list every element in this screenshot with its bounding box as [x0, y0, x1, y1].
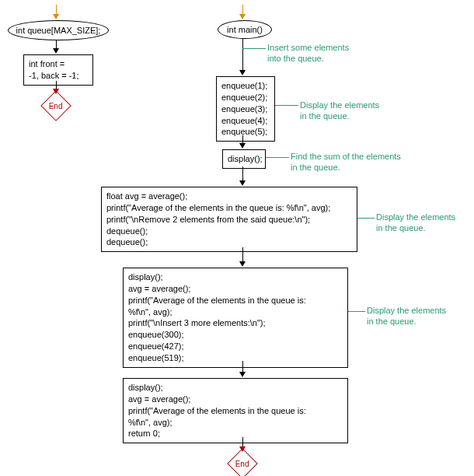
- right-end: End: [227, 448, 258, 476]
- right-end-label: End: [235, 459, 249, 467]
- right-arrow-4: [239, 261, 246, 267]
- comment-line-sum: [266, 157, 289, 158]
- right-terminal: int main(): [218, 20, 272, 39]
- right-arrow-2: [239, 143, 246, 149]
- left-entry-line: [56, 5, 57, 14]
- right-entry-line: [242, 5, 243, 14]
- comment-line-display2: [357, 218, 375, 219]
- block-avg3: display(); avg = average(); printf("Aver…: [123, 378, 348, 443]
- comment-display1: Display the elements in the queue.: [300, 100, 409, 122]
- right-arrow-1: [239, 70, 246, 75]
- left-end-label: End: [49, 101, 63, 110]
- right-line-3: [242, 166, 243, 180]
- right-line-1: [242, 39, 243, 70]
- block-enqueue-text: enqueue(1); enqueue(2); enqueue(3); enqu…: [221, 81, 267, 136]
- left-end: End: [40, 90, 71, 121]
- left-terminal: int queue[MAX_SIZE];: [8, 20, 109, 40]
- left-process: int front = -1, back = -1;: [23, 54, 93, 86]
- comment-insert: Insert some elements into the queue.: [267, 42, 376, 65]
- left-terminal-label: int queue[MAX_SIZE];: [16, 26, 101, 35]
- right-arrow-5: [239, 372, 246, 377]
- block-avg3-text: display(); avg = average(); printf("Aver…: [128, 383, 306, 438]
- block-avg1: float avg = average(); printf("Average o…: [101, 187, 357, 252]
- block-avg2-text: display(); avg = average(); printf("Aver…: [128, 272, 306, 362]
- left-line-1: [56, 40, 57, 48]
- right-terminal-label: int main(): [227, 25, 263, 34]
- comment-sum: Find the sum of the elements in the queu…: [291, 151, 423, 173]
- right-arrow-3: [239, 180, 246, 186]
- left-entry-arrow: [53, 14, 59, 19]
- block-avg1-text: float avg = average(); printf("Average o…: [106, 191, 330, 247]
- right-line-2: [242, 135, 243, 143]
- right-line-4: [242, 247, 243, 261]
- block-display-text: display();: [228, 154, 263, 163]
- left-arrow-1: [53, 48, 59, 54]
- block-avg2: display(); avg = average(); printf("Aver…: [123, 268, 348, 368]
- right-line-6: [242, 437, 243, 446]
- block-enqueue: enqueue(1); enqueue(2); enqueue(3); enqu…: [216, 76, 275, 142]
- left-process-text: int front = -1, back = -1;: [29, 59, 79, 80]
- right-entry-arrow: [239, 14, 246, 19]
- comment-line-display1: [275, 105, 298, 106]
- comment-line-insert: [242, 48, 266, 49]
- comment-line-display3: [348, 311, 365, 312]
- block-display: display();: [222, 149, 266, 169]
- left-line-2: [56, 81, 57, 89]
- right-line-5: [242, 361, 243, 372]
- comment-display3: Display the elements in the queue.: [367, 305, 460, 327]
- comment-display2: Display the elements in the queue.: [376, 212, 469, 234]
